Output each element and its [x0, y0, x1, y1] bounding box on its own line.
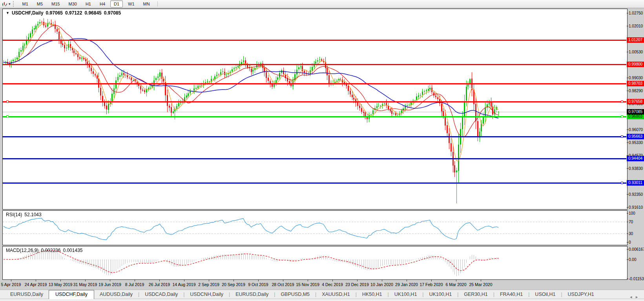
date-tick-mark — [332, 280, 333, 281]
price-tick-mark — [627, 207, 628, 208]
price-chart-canvas[interactable] — [3, 9, 626, 208]
rsi-value: 52.1043 — [24, 212, 41, 217]
chart-tab-usdjpy-h1[interactable]: USDJPY,H1 — [562, 290, 600, 299]
date-label: 28 Oct 2019 — [272, 282, 294, 287]
date-label: 31 May 2019 — [73, 282, 97, 287]
price-tick-mark — [627, 13, 628, 13]
date-label: 5 Apr 2019 — [1, 282, 21, 287]
rsi-tick-mark — [627, 234, 628, 234]
price-tick-mark — [627, 91, 628, 91]
price-tick-label: 0.95330 — [629, 140, 644, 145]
chart-symbol-label: USDCHF,Daily — [12, 10, 44, 16]
chart-tab-audusd-daily[interactable]: AUDUSD,Daily — [94, 290, 138, 299]
date-label: 19 Jun 2019 — [99, 282, 121, 287]
chart-title: ▼USDCHF,Daily0.970650.971220.968450.9708… — [6, 10, 123, 16]
timeframe-button-m30[interactable]: M30 — [65, 0, 80, 7]
chart-tab-usdcnh-daily[interactable]: USDCNH,Daily — [184, 290, 229, 299]
macd-header: MACD(12,26,9)0.0022360.001435 — [6, 248, 83, 253]
macd-tick-mark — [627, 259, 628, 260]
date-label: 15 Nov 2019 — [296, 282, 319, 287]
date-tick-mark — [11, 280, 11, 281]
timeframe-button-m5[interactable]: M5 — [33, 0, 46, 7]
price-tick-mark — [627, 130, 628, 130]
current-price-label: 0.97085 — [627, 109, 644, 115]
timeframe-button-h1[interactable]: H1 — [82, 0, 95, 7]
timeframe-button-group: M1M5M15M30H1H4D1W1MN — [18, 0, 154, 7]
chart-tab-fra40-h1[interactable]: FRA40,H1 — [494, 290, 528, 299]
chart-tab-hk50-h1[interactable]: HK50,H1 — [357, 290, 388, 299]
date-label: 2 Sep 2019 — [198, 282, 219, 287]
rsi-tick-label: 30 — [629, 231, 644, 236]
chart-tab-eurusd-daily[interactable]: EURUSD,Daily — [5, 290, 49, 299]
price-tick-label: 0.96070 — [629, 127, 644, 132]
price-tick-label: 1.00530 — [629, 49, 644, 55]
chart-tab-usoil-h1[interactable]: USOil,H1 — [529, 290, 561, 299]
date-tick-mark — [357, 280, 358, 281]
chart-tab-bar: EURUSD,DailyUSDCHF,DailyAUDUSD,Daily|USD… — [0, 290, 644, 299]
rsi-header: RSI(14)52.1043 — [6, 212, 42, 217]
chart-tab-uk100-h1[interactable]: UK100,H1 — [423, 290, 457, 299]
date-tick-mark — [209, 280, 209, 281]
chart-tab-eurusd-daily[interactable]: EURUSD,Daily — [230, 290, 274, 299]
price-level-label: 0.95663 — [627, 134, 644, 139]
date-axis[interactable]: 5 Apr 201924 Apr 201913 May 201931 May 2… — [2, 280, 627, 290]
timeframe-button-m1[interactable]: M1 — [19, 0, 32, 7]
price-tick-label: 0.92350 — [629, 192, 644, 197]
date-label: 10 Jan 2020 — [370, 282, 393, 287]
rsi-canvas[interactable] — [3, 211, 626, 244]
ohlc-open: 0.97065 — [46, 10, 63, 16]
price-tick-mark — [627, 194, 628, 195]
trading-terminal-window: ▾ M1M5M15M30H1H4D1W1MN ▼USDCHF,Daily0.97… — [0, 0, 644, 301]
price-level-label: 0.94404 — [627, 156, 644, 161]
toolbar: ▾ M1M5M15M30H1H4D1W1MN — [0, 0, 644, 8]
chart-tab-usdcad-daily[interactable]: USDCAD,Daily — [139, 290, 183, 299]
timeframe-button-m15[interactable]: M15 — [48, 0, 63, 7]
macd-tick-label: 0.00 — [629, 257, 644, 262]
date-label: 25 Mar 2020 — [469, 282, 493, 287]
date-tick-mark — [308, 280, 308, 281]
date-tick-mark — [60, 280, 61, 281]
date-label: 26 Jul 2019 — [149, 282, 170, 287]
dropdown-caret-icon[interactable]: ▾ — [9, 2, 11, 6]
date-label: 9 Oct 2019 — [248, 282, 268, 287]
timeframe-button-mn[interactable]: MN — [140, 0, 153, 7]
rsi-tick-label: 100 — [629, 211, 644, 216]
date-tick-mark — [184, 280, 184, 281]
ohlc-high: 0.97122 — [65, 10, 82, 16]
date-label: 6 Mar 2020 — [445, 282, 466, 287]
macd-tick-label: -0.011531 — [629, 276, 644, 281]
macd-tick-label: 0.006167 — [629, 247, 644, 252]
macd-signal-value: 0.001435 — [63, 248, 82, 253]
timeframe-button-w1[interactable]: W1 — [124, 0, 138, 7]
toolbar-grip[interactable] — [13, 1, 16, 7]
right-axis-column: 1.027501.020101.005300.990300.982900.975… — [627, 0, 644, 301]
chart-tab-xauusd-h1[interactable]: XAUUSD,H1 — [316, 290, 356, 299]
date-label: 13 May 2019 — [49, 282, 73, 287]
price-level-label: 1.01207 — [627, 37, 644, 43]
collapse-triangle-icon[interactable]: ▼ — [6, 11, 9, 15]
date-label: 14 Aug 2019 — [173, 282, 196, 287]
chart-tab-uk100-h1[interactable]: UK100,H1 — [389, 290, 423, 299]
price-tick-mark — [627, 168, 628, 169]
rsi-tick-label: 70 — [629, 219, 644, 224]
date-tick-mark — [159, 280, 160, 281]
date-tick-mark — [283, 280, 283, 281]
price-tick-mark — [627, 78, 628, 78]
macd-panel: MACD(12,26,9)0.0022360.001435 — [2, 246, 628, 280]
date-tick-mark — [431, 280, 432, 281]
date-label: 29 Jan 2020 — [395, 282, 418, 287]
date-label: 17 Feb 2020 — [420, 282, 443, 287]
date-tick-mark — [85, 280, 86, 281]
price-tick-mark — [627, 52, 628, 52]
macd-canvas[interactable] — [3, 246, 626, 279]
timeframe-button-h4[interactable]: H4 — [96, 0, 109, 7]
date-label: 4 Dec 2019 — [322, 282, 343, 287]
chart-tools-icon[interactable] — [1, 1, 8, 7]
date-tick-mark — [110, 280, 110, 281]
chart-tab-ger30-h1[interactable]: GER30,H1 — [458, 290, 493, 299]
timeframe-button-d1[interactable]: D1 — [110, 0, 123, 7]
date-tick-mark — [382, 280, 382, 281]
macd-tick-mark — [627, 249, 628, 250]
chart-tab-gbpusd-m5[interactable]: GBPUSD,M5 — [275, 290, 315, 299]
chart-tab-usdchf-daily[interactable]: USDCHF,Daily — [49, 290, 94, 299]
